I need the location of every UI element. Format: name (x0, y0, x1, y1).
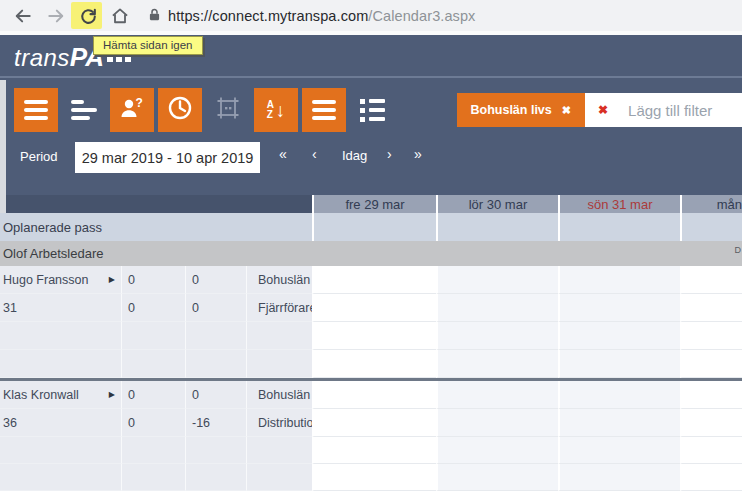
empty-row (0, 464, 742, 491)
svg-text:?: ? (136, 96, 143, 110)
shift-menu-button[interactable] (14, 88, 58, 132)
calendar-cell[interactable] (558, 409, 680, 437)
stat-cell (186, 464, 247, 491)
calendar-cell[interactable] (436, 213, 558, 241)
sort-az-button[interactable]: AZ↓ (254, 88, 298, 132)
calendar-cell[interactable] (680, 381, 742, 409)
calendar-cell[interactable] (680, 266, 742, 294)
browser-toolbar: https://connect.mytranspa.com/Calendar3.… (0, 0, 742, 31)
address-bar[interactable]: https://connect.mytranspa.com/Calendar3.… (168, 0, 475, 31)
calendar-cell[interactable] (312, 437, 436, 464)
period-last-button[interactable]: » (414, 146, 422, 162)
group-row-unplanned[interactable]: Oplanerade pass (0, 213, 742, 241)
period-first-button[interactable]: « (279, 146, 287, 162)
group-row-label: Olof Arbetsledare (3, 246, 103, 261)
staff-name-cell[interactable] (0, 464, 122, 491)
calendar-cell[interactable] (680, 322, 742, 350)
staff-name-cell[interactable] (0, 322, 122, 350)
calendar-cell[interactable] (680, 213, 742, 241)
calendar-cell[interactable] (558, 266, 680, 294)
group-row-label: Oplanerade pass (0, 213, 312, 241)
expand-arrow-icon[interactable]: ▶ (109, 390, 115, 399)
staff-name-cell[interactable]: 31 (0, 294, 122, 322)
calendar-cell[interactable] (436, 350, 558, 378)
calendar-cell[interactable] (436, 437, 558, 464)
staff-name-cell[interactable] (0, 350, 122, 378)
calendar-cell[interactable] (436, 381, 558, 409)
staff-name: 31 (3, 301, 17, 315)
staff-name-cell[interactable]: 36 (0, 409, 122, 437)
calendar-cell[interactable] (558, 381, 680, 409)
lock-icon (146, 6, 163, 27)
timeline-view-button[interactable] (62, 88, 106, 132)
rows-view-button[interactable] (302, 88, 346, 132)
calendar-cell[interactable] (436, 322, 558, 350)
calendar-cell[interactable] (558, 437, 680, 464)
staff-name: Hugo Fransson (3, 273, 88, 287)
calendar-cell[interactable] (558, 213, 680, 241)
url-domain: https://connect.mytranspa.com (168, 8, 368, 24)
period-prev-button[interactable]: ‹ (312, 146, 317, 162)
staff-name-cell[interactable]: Hugo Fransson▶ (0, 266, 122, 294)
list-view-button[interactable] (350, 88, 394, 132)
calendar-cell[interactable] (558, 464, 680, 491)
calendar-cell[interactable] (436, 409, 558, 437)
period-today-button[interactable]: Idag (342, 148, 367, 163)
browser-forward-button[interactable] (45, 5, 67, 27)
filter-clear-icon[interactable]: ✖ (598, 103, 608, 117)
calendar-cell[interactable] (680, 409, 742, 437)
toolbar-buttons: ? AZ↓ (14, 88, 394, 132)
period-next-button[interactable]: › (387, 146, 392, 162)
filter-chip-label: Bohuslän livs (471, 103, 552, 117)
stat-cell (122, 464, 186, 491)
org-cell (247, 350, 312, 378)
calendar-cell[interactable] (312, 322, 436, 350)
calendar-cell[interactable] (680, 437, 742, 464)
calendar-cell[interactable] (558, 350, 680, 378)
expand-arrow-icon[interactable]: ▶ (109, 275, 115, 284)
period-label: Period (20, 149, 58, 164)
calendar-cell[interactable] (436, 266, 558, 294)
filter-chip-bohuslan-livs[interactable]: Bohuslän livs ✖ (457, 93, 586, 127)
calendar-cell[interactable] (312, 294, 436, 322)
calendar-cell[interactable] (680, 350, 742, 378)
calendar-cell[interactable] (558, 294, 680, 322)
calendar-cell[interactable] (312, 409, 436, 437)
browser-refresh-button[interactable] (77, 5, 99, 27)
calendar-cell[interactable] (436, 294, 558, 322)
period-date-range-input[interactable] (75, 142, 260, 173)
staff-name-cell[interactable]: Klas Kronwall▶ (0, 381, 122, 409)
day-header-fri: fre 29 mar (312, 195, 436, 213)
calendar-cell[interactable] (680, 294, 742, 322)
stat-cell: 0 (122, 294, 186, 322)
calendar-cell[interactable] (680, 464, 742, 491)
calendar-cell[interactable] (312, 381, 436, 409)
unassigned-staff-button[interactable]: ? (110, 88, 154, 132)
group-row-olof-arbetsledare[interactable]: Olof Arbetsledare D (0, 241, 742, 266)
browser-back-button[interactable] (12, 5, 34, 27)
transpa-calendar-page: https://connect.mytranspa.com/Calendar3.… (0, 0, 742, 491)
bullet-list-icon (360, 99, 385, 122)
add-filter-input[interactable] (628, 102, 738, 119)
selection-frame-button[interactable] (206, 88, 250, 132)
home-icon (110, 6, 130, 26)
calendar-cell[interactable] (312, 464, 436, 491)
calendar-cell[interactable] (558, 322, 680, 350)
calendar-cell[interactable] (312, 213, 436, 241)
calendar-cell[interactable] (312, 266, 436, 294)
staff-name-cell[interactable] (0, 437, 122, 464)
refresh-tooltip: Hämta sidan igen (93, 36, 203, 55)
filter-chip-remove-icon[interactable]: ✖ (562, 104, 571, 117)
day-header-sun: sön 31 mar (558, 195, 680, 213)
calendar-cell[interactable] (312, 350, 436, 378)
person-question-icon: ? (119, 96, 145, 124)
stat-cell: 0 (122, 409, 186, 437)
day-header-sat: lör 30 mar (436, 195, 558, 213)
left-edge-strip (0, 80, 6, 213)
calendar-cell[interactable] (436, 464, 558, 491)
clipped-text-marker: D (735, 245, 742, 255)
browser-home-button[interactable] (109, 5, 131, 27)
time-view-button[interactable] (158, 88, 202, 132)
url-path: /Calendar3.aspx (368, 8, 475, 24)
grid-day-header-row: fre 29 mar lör 30 mar sön 31 mar mån (0, 195, 742, 213)
